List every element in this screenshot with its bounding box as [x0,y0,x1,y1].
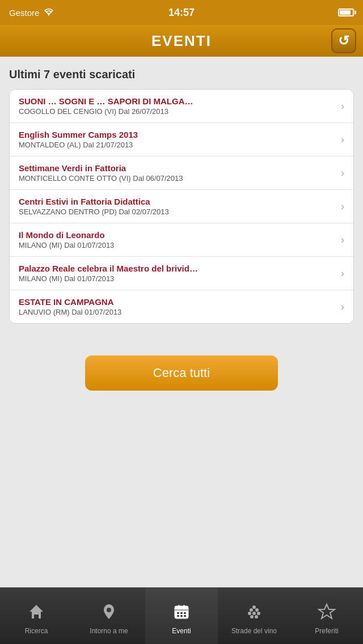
svg-rect-10 [180,615,183,617]
tab-preferiti-label: Preferiti [315,627,338,635]
event-title-1: English Summer Camps 2013 [19,130,336,139]
cerca-tutti-button[interactable]: Cerca tutti [85,355,278,391]
event-item-6[interactable]: ESTATE IN CAMPAGNALANUVIO (RM) Dal 01/07… [10,290,353,323]
section-title: Ultimi 7 eventi scaricati [9,68,354,81]
event-item-4[interactable]: Il Mondo di LeonardoMILANO (MI) Dal 01/0… [10,223,353,257]
svg-point-2 [107,608,111,612]
header-title: EVENTI [151,32,212,50]
svg-point-19 [257,612,260,615]
location-icon [100,603,118,625]
svg-rect-12 [178,605,180,608]
tab-bar: Ricerca Intorno a me [0,587,363,644]
svg-rect-13 [183,605,185,608]
home-icon [27,603,45,625]
star-icon [318,603,336,625]
grape-icon [245,603,263,625]
chevron-icon-4: › [341,234,344,246]
svg-rect-6 [177,612,179,614]
tab-eventi[interactable]: Eventi [145,588,218,644]
refresh-icon: ↺ [338,33,349,49]
tab-intorno[interactable]: Intorno a me [73,588,145,644]
status-time: 14:57 [168,7,195,19]
tab-preferiti[interactable]: Preferiti [290,588,363,644]
event-title-4: Il Mondo di Leonardo [19,230,336,240]
status-left: Gestore [9,8,54,18]
wifi-icon [44,8,54,18]
svg-point-0 [48,14,49,15]
svg-point-21 [255,615,258,618]
event-title-2: Settimane Verdi in Fattoria [19,163,336,173]
event-item-2[interactable]: Settimane Verdi in FattoriaMONTICELLO CO… [10,156,353,190]
svg-point-16 [255,608,259,612]
event-detail-3: SELVAZZANO DENTRO (PD) Dal 02/07/2013 [19,207,336,216]
svg-point-17 [248,612,251,615]
chevron-icon-3: › [341,201,344,213]
svg-rect-9 [177,615,179,617]
calendar-icon [172,603,191,625]
events-list: SUONI … SOGNI E … SAPORI DI MALGA…COGOLL… [9,89,354,324]
main-content: Ultimi 7 eventi scaricati SUONI … SOGNI … [0,57,363,333]
event-info-5: Palazzo Reale celebra il Maestro del bri… [19,264,336,283]
chevron-icon-2: › [341,167,344,179]
event-info-1: English Summer Camps 2013MONTALDEO (AL) … [19,130,336,149]
event-info-2: Settimane Verdi in FattoriaMONTICELLO CO… [19,163,336,183]
chevron-icon-5: › [341,268,344,279]
svg-marker-1 [29,605,43,618]
svg-marker-22 [319,604,335,618]
event-title-3: Centri Estivi in Fattoria Didattica [19,197,336,206]
event-detail-4: MILANO (MI) Dal 01/07/2013 [19,241,336,249]
tab-intorno-label: Intorno a me [90,627,128,635]
tab-eventi-label: Eventi [172,627,191,635]
tab-strade[interactable]: Strade del vino [218,588,290,644]
event-detail-6: LANUVIO (RM) Dal 01/07/2013 [19,308,336,316]
svg-rect-11 [184,615,186,617]
event-detail-5: MILANO (MI) Dal 01/07/2013 [19,274,336,283]
event-info-3: Centri Estivi in Fattoria DidatticaSELVA… [19,197,336,216]
status-bar: Gestore 14:57 [0,0,363,25]
tab-ricerca-label: Ricerca [25,627,48,635]
svg-rect-8 [184,612,186,614]
svg-point-18 [252,612,256,615]
event-item-1[interactable]: English Summer Camps 2013MONTALDEO (AL) … [10,123,353,156]
carrier-label: Gestore [9,8,39,18]
battery-icon [338,9,354,16]
event-detail-2: MONTICELLO CONTE OTTO (VI) Dal 06/07/201… [19,174,336,183]
chevron-icon-6: › [341,301,344,313]
status-right [338,9,354,16]
svg-rect-4 [175,606,188,610]
svg-point-20 [250,615,254,618]
tab-strade-label: Strade del vino [231,627,277,635]
event-info-4: Il Mondo di LeonardoMILANO (MI) Dal 01/0… [19,230,336,249]
event-item-3[interactable]: Centri Estivi in Fattoria DidatticaSELVA… [10,190,353,223]
refresh-button[interactable]: ↺ [331,28,356,53]
svg-rect-7 [180,612,183,614]
event-detail-1: MONTALDEO (AL) Dal 21/07/2013 [19,141,336,149]
event-detail-0: COGOLLO DEL CENGIO (VI) Dal 26/07/2013 [19,107,336,116]
event-info-0: SUONI … SOGNI E … SAPORI DI MALGA…COGOLL… [19,96,336,116]
event-item-5[interactable]: Palazzo Reale celebra il Maestro del bri… [10,257,353,290]
tab-ricerca[interactable]: Ricerca [0,588,73,644]
event-title-0: SUONI … SOGNI E … SAPORI DI MALGA… [19,96,336,106]
chevron-icon-0: › [341,100,344,112]
svg-point-14 [252,605,256,609]
chevron-icon-1: › [341,134,344,146]
app-header: EVENTI ↺ [0,25,363,57]
event-info-6: ESTATE IN CAMPAGNALANUVIO (RM) Dal 01/07… [19,297,336,316]
event-title-5: Palazzo Reale celebra il Maestro del bri… [19,264,336,273]
cerca-container: Cerca tutti [0,355,363,391]
svg-point-15 [250,608,253,612]
event-title-6: ESTATE IN CAMPAGNA [19,297,336,307]
event-item-0[interactable]: SUONI … SOGNI E … SAPORI DI MALGA…COGOLL… [10,90,353,123]
